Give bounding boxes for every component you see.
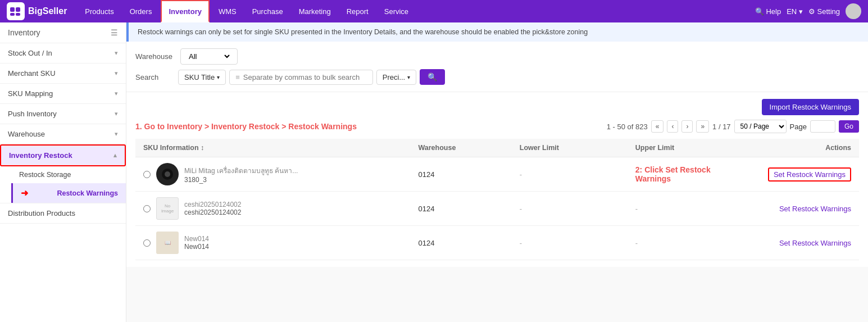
- chevron-down-icon: ▾: [407, 74, 410, 80]
- page-number-input[interactable]: [810, 120, 835, 133]
- current-page: 1 / 17: [712, 123, 731, 131]
- sidebar-item-push-inventory[interactable]: Push Inventory ▾: [0, 104, 126, 124]
- warehouse-select[interactable]: All 0124: [180, 48, 238, 65]
- upper-limit-cell: -: [628, 226, 743, 260]
- col-sku-info: SKU Information ↕: [135, 139, 410, 157]
- help-link[interactable]: 🔍 Help: [755, 7, 781, 16]
- breadcrumb-text: 1. Go to Inventory > Inventory Restock >…: [135, 122, 357, 131]
- main-content: Restock warnings can only be set for sin…: [126, 22, 868, 322]
- set-restock-warnings-button[interactable]: Set Restock Warnings: [768, 167, 851, 182]
- sku-title-dropdown[interactable]: SKU Title ▾: [178, 70, 226, 85]
- search-button[interactable]: 🔍: [420, 69, 445, 85]
- svg-point-5: [165, 171, 170, 177]
- logo[interactable]: BigSeller: [7, 2, 67, 20]
- chevron-up-icon: ▴: [113, 152, 117, 159]
- nav-marketing[interactable]: Marketing: [292, 0, 338, 22]
- top-navigation: BigSeller Products Orders Inventory WMS …: [0, 0, 868, 22]
- prev-page-button[interactable]: ‹: [667, 120, 678, 133]
- chevron-down-icon: ▾: [217, 74, 220, 80]
- chevron-down-icon: ▾: [115, 70, 118, 77]
- filter-bar: Warehouse All 0124 Search SKU Title ▾ ≡: [126, 42, 868, 92]
- actions-cell: Set Restock Warnings: [743, 157, 859, 192]
- nav-purchase[interactable]: Purchase: [246, 0, 290, 22]
- table-area: Import Restock Warnings 1. Go to Invento…: [126, 92, 868, 267]
- alert-text: Restock warnings can only be set for sin…: [138, 28, 588, 36]
- search-input[interactable]: [243, 73, 367, 81]
- set-restock-warnings-button[interactable]: Set Restock Warnings: [779, 205, 851, 213]
- svg-rect-0: [10, 7, 15, 12]
- col-upper-limit: Upper Limit: [628, 139, 743, 157]
- go-button[interactable]: Go: [839, 120, 859, 133]
- actions-cell: Set Restock Warnings: [743, 192, 859, 226]
- sidebar-collapse-icon[interactable]: ☰: [111, 28, 118, 37]
- sidebar-item-restock-storage[interactable]: Restock Storage: [11, 166, 126, 183]
- sidebar-item-restock-warnings[interactable]: ➜ Restock Warnings: [11, 183, 126, 203]
- import-restock-warnings-button[interactable]: Import Restock Warnings: [762, 99, 859, 115]
- sidebar-item-stock-out-in[interactable]: Stock Out / In ▾: [0, 43, 126, 63]
- nav-orders[interactable]: Orders: [123, 0, 159, 22]
- set-restock-warnings-button[interactable]: Set Restock Warnings: [779, 239, 851, 247]
- breadcrumb: 1. Go to Inventory > Inventory Restock >…: [135, 122, 357, 131]
- sidebar-section-merchant: Merchant SKU ▾: [0, 64, 126, 84]
- chevron-down-icon: ▾: [115, 49, 118, 57]
- chevron-down-icon: ▾: [115, 130, 118, 138]
- lower-limit-cell: -: [512, 192, 628, 226]
- chevron-down-icon: ▾: [115, 90, 118, 97]
- sidebar-item-warehouse[interactable]: Warehouse ▾: [0, 124, 126, 144]
- upper-limit-cell: 2: Click Set Restock Warnings: [628, 157, 743, 192]
- search-label: Search: [135, 73, 175, 81]
- nav-products[interactable]: Products: [78, 0, 120, 22]
- pagination-controls: 1 - 50 of 823 « ‹ › » 1 / 17 50 / Page 1…: [607, 120, 859, 133]
- click-set-label: 2: Click Set Restock Warnings: [635, 165, 711, 183]
- col-warehouse: Warehouse: [410, 139, 511, 157]
- row-select-radio[interactable]: [143, 205, 151, 212]
- warehouse-cell: 0124: [410, 157, 511, 192]
- settings-link[interactable]: ⚙ Setting: [808, 7, 840, 16]
- alert-banner: Restock warnings can only be set for sin…: [126, 22, 868, 42]
- last-page-button[interactable]: »: [696, 120, 709, 133]
- sku-name: New014: [184, 235, 209, 243]
- nav-inventory[interactable]: Inventory: [161, 0, 210, 22]
- product-thumbnail: [156, 163, 179, 185]
- warehouse-cell: 0124: [410, 226, 511, 260]
- next-page-button[interactable]: ›: [681, 120, 693, 133]
- sidebar-item-distribution[interactable]: Distribution Products: [0, 203, 126, 223]
- per-page-dropdown[interactable]: 50 / Page 100 / Page: [734, 120, 787, 133]
- main-layout: Inventory ☰ Stock Out / In ▾ Merchant SK…: [0, 22, 868, 322]
- nav-report[interactable]: Report: [340, 0, 375, 22]
- warehouse-label: Warehouse: [135, 52, 175, 61]
- col-lower-limit: Lower Limit: [512, 139, 628, 157]
- list-icon: ≡: [235, 73, 240, 81]
- sidebar-sub-restock: Restock Storage ➜ Restock Warnings: [0, 166, 126, 203]
- precision-select[interactable]: Preci... ▾: [376, 70, 416, 85]
- language-selector[interactable]: EN ▾: [787, 7, 803, 16]
- nav-wms[interactable]: WMS: [212, 0, 243, 22]
- row-select-radio[interactable]: [143, 171, 151, 178]
- sku-name: ceshi20250124002: [184, 201, 241, 208]
- logo-icon: [7, 2, 25, 20]
- actions-cell: Set Restock Warnings: [743, 226, 859, 260]
- sidebar-section-restock: Inventory Restock ▴ Restock Storage ➜ Re…: [0, 144, 126, 203]
- sidebar-section-mapping: SKU Mapping ▾: [0, 84, 126, 104]
- sidebar-item-sku-mapping[interactable]: SKU Mapping ▾: [0, 84, 126, 103]
- row-select-radio[interactable]: [143, 239, 151, 247]
- upper-limit-value: -: [635, 205, 638, 213]
- nav-service[interactable]: Service: [378, 0, 415, 22]
- sidebar-item-merchant-sku[interactable]: Merchant SKU ▾: [0, 64, 126, 83]
- user-avatar[interactable]: [846, 3, 861, 19]
- sidebar-item-inventory-restock[interactable]: Inventory Restock ▴: [0, 144, 126, 166]
- sidebar-title: Inventory: [8, 28, 40, 37]
- table-body: MiLi Mitag เครื่องติดตามบลูทูธ ค้นหา... …: [135, 157, 859, 260]
- lower-limit-value: -: [520, 170, 522, 179]
- sku-info-cell: 📖 New014 New014: [135, 226, 410, 260]
- lower-limit-cell: -: [512, 157, 628, 192]
- table-row: MiLi Mitag เครื่องติดตามบลูทูธ ค้นหา... …: [135, 157, 859, 192]
- product-thumbnail: NoImage: [156, 197, 179, 220]
- upper-limit-cell: -: [628, 192, 743, 226]
- sidebar-header: Inventory ☰: [0, 22, 126, 43]
- sku-id: 3180_3: [184, 176, 298, 184]
- first-page-button[interactable]: «: [651, 120, 664, 133]
- warehouse-dropdown[interactable]: All 0124: [187, 52, 231, 61]
- sku-info-cell: MiLi Mitag เครื่องติดตามบลูทูธ ค้นหา... …: [135, 157, 410, 192]
- sidebar-section-stock: Stock Out / In ▾: [0, 43, 126, 64]
